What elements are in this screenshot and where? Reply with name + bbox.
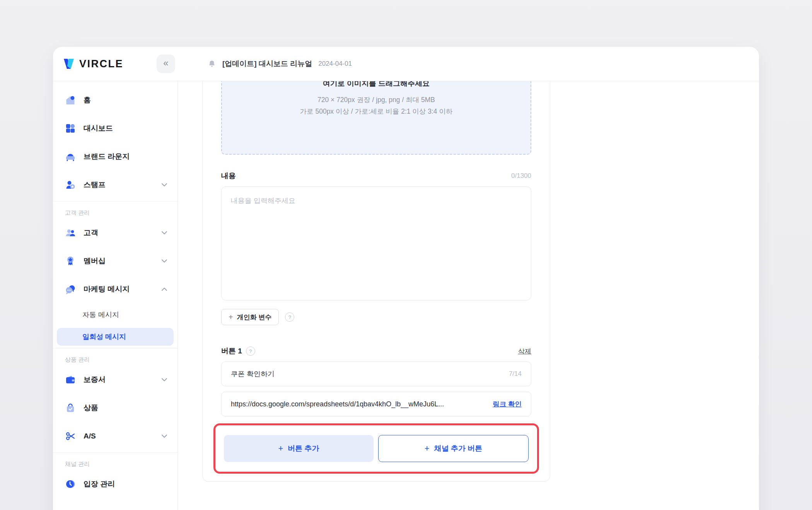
sidebar-item-warranty[interactable]: 보증서 (53, 365, 177, 394)
content-counter: 0/1300 (511, 172, 531, 180)
wallet-icon (65, 374, 76, 385)
sidebar-subitem-auto-message[interactable]: 자동 메시지 (53, 303, 177, 326)
image-dropzone[interactable]: 여기로 이미지를 드래그해주세요 720 × 720px 권장 / jpg, p… (221, 81, 531, 155)
plus-icon: + (425, 443, 430, 454)
shopping-bag-icon (65, 403, 76, 413)
button1-label: 버튼 1 (221, 346, 242, 356)
home-icon (65, 95, 76, 106)
delete-button1-link[interactable]: 삭제 (518, 347, 531, 356)
sidebar-item-brand-lounge[interactable]: 브랜드 라운지 (53, 142, 177, 171)
main-content: 여기로 이미지를 드래그해주세요 720 × 720px 권장 / jpg, p… (178, 81, 759, 510)
sidebar-collapse-button[interactable]: « (157, 55, 175, 73)
clock-icon (65, 479, 76, 490)
dropzone-title: 여기로 이미지를 드래그해주세요 (323, 81, 430, 89)
sidebar-item-as[interactable]: A/S (53, 422, 177, 450)
chevron-down-icon (161, 259, 167, 263)
sidebar-item-dashboard[interactable]: 대시보드 (53, 114, 177, 142)
screen: VIRCLE « [업데이트] 대시보드 리뉴얼 2024-04-01 (0, 0, 812, 510)
button1-url-value: https://docs.google.com/spreadsheets/d/1… (231, 400, 487, 408)
chevron-down-icon (161, 434, 167, 438)
sidebar-divider (53, 201, 177, 201)
announcement-title: [업데이트] 대시보드 리뉴얼 (222, 59, 312, 69)
dropzone-spec-line: 가로 500px 이상 / 가로:세로 비율 2:1 이상 3:4 이하 (300, 106, 453, 117)
sidebar-item-stamp[interactable]: 스탬프 (53, 171, 177, 199)
vircle-logo-icon (62, 57, 75, 70)
button1-name-counter: 7/14 (509, 370, 522, 378)
content-label: 내용 (221, 171, 236, 181)
sidebar-section-product: 상품 관리 (53, 355, 177, 364)
chevron-up-icon (161, 287, 167, 291)
app-window: VIRCLE « [업데이트] 대시보드 리뉴얼 2024-04-01 (53, 47, 759, 510)
button1-url-field[interactable]: https://docs.google.com/spreadsheets/d/1… (221, 392, 531, 416)
chevron-down-icon (161, 231, 167, 235)
dashboard-icon (65, 123, 76, 134)
sidebar: 홈 대시보드 (53, 81, 178, 510)
sidebar-section-customer: 고객 관리 (53, 208, 177, 217)
sidebar-item-product[interactable]: 상품 (53, 394, 177, 422)
sidebar-divider (53, 452, 177, 453)
sidebar-item-entrance[interactable]: 입장 관리 (53, 470, 177, 498)
sidebar-item-membership[interactable]: 멤버십 (53, 247, 177, 275)
button1-name-field[interactable]: 7/14 (221, 362, 531, 386)
dropzone-spec-line: 720 × 720px 권장 / jpg, png / 최대 5MB (317, 94, 435, 106)
check-link-button[interactable]: 링크 확인 (493, 399, 522, 409)
sidebar-item-customers[interactable]: 고객 (53, 218, 177, 247)
help-icon[interactable]: ? (285, 312, 294, 322)
announcement-banner[interactable]: [업데이트] 대시보드 리뉴얼 2024-04-01 (208, 59, 352, 69)
button1-name-input[interactable] (231, 370, 504, 378)
add-button-button[interactable]: + 버튼 추가 (224, 435, 374, 462)
announcement-date: 2024-04-01 (318, 60, 352, 68)
help-icon[interactable]: ? (246, 346, 255, 356)
brand-logo: VIRCLE (62, 57, 123, 70)
plus-icon: + (229, 313, 233, 322)
armchair-icon (65, 151, 76, 162)
sidebar-divider (53, 348, 177, 348)
sidebar-item-home[interactable]: 홈 (53, 86, 177, 114)
membership-medal-icon (65, 256, 76, 266)
bell-icon (208, 59, 216, 68)
customers-icon (65, 227, 76, 238)
sidebar-section-channel: 채널 관리 (53, 460, 177, 468)
chevron-down-icon (161, 378, 167, 382)
plus-icon: + (278, 443, 283, 454)
scissors-icon (65, 431, 76, 442)
chat-bubbles-icon (65, 284, 76, 295)
message-form-card: 여기로 이미지를 드래그해주세요 720 × 720px 권장 / jpg, p… (202, 81, 550, 482)
add-personalization-variable-button[interactable]: + 개인화 변수 (221, 309, 279, 325)
top-bar: VIRCLE « [업데이트] 대시보드 리뉴얼 2024-04-01 (53, 47, 759, 81)
sidebar-subitem-onetime-message[interactable]: 일회성 메시지 (57, 328, 174, 346)
chevron-down-icon (161, 183, 167, 187)
content-textarea[interactable] (221, 186, 531, 300)
add-channel-button-button[interactable]: + 채널 추가 버튼 (378, 435, 529, 462)
sidebar-item-marketing-message[interactable]: 마케팅 메시지 (53, 275, 177, 303)
brand-name: VIRCLE (79, 58, 123, 70)
stamp-icon (65, 179, 76, 190)
annotation-highlight: + 버튼 추가 + 채널 추가 버튼 (213, 423, 539, 474)
